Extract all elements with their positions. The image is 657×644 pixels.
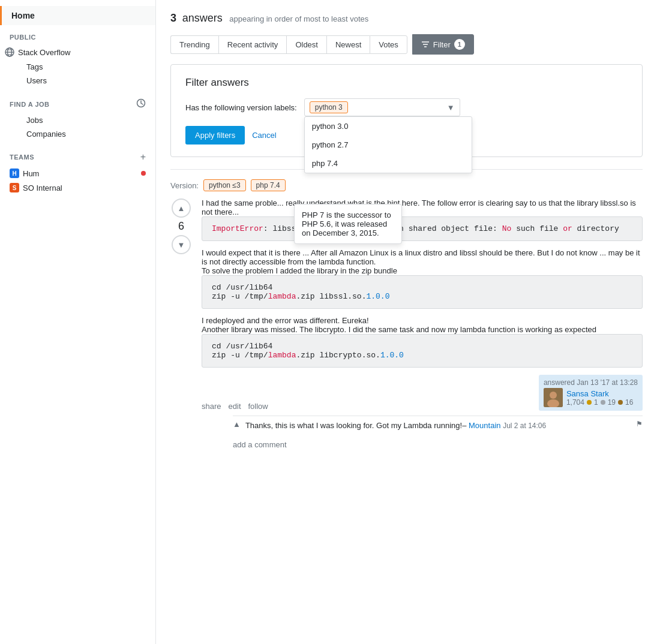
add-comment-link[interactable]: add a comment — [202, 440, 643, 449]
code-zip2-cmd: zip -u /tmp/ — [212, 351, 268, 360]
dropdown-item-python27[interactable]: python 2.7 — [305, 136, 472, 154]
answer-meta: Version: python ≤3 php 7.4 — [170, 179, 643, 191]
follow-link[interactable]: follow — [248, 402, 268, 411]
code-block-3: cd /usr/lib64 zip -u /tmp/lambda.zip lib… — [202, 334, 643, 368]
main-content: 3 answers appearing in order of most to … — [156, 0, 657, 644]
comment-user[interactable]: Mountain — [469, 421, 500, 430]
comment-vote-button[interactable]: ▲ — [233, 420, 241, 429]
bronze-dot — [618, 400, 623, 405]
answer-actions: share edit follow — [202, 402, 268, 411]
answer-text-column: I had the same proble... really understa… — [202, 198, 643, 449]
comment-item: ▲ Thanks, this is what I was looking for… — [233, 416, 643, 435]
comment-section: ▲ Thanks, this is what I was looking for… — [202, 416, 643, 435]
dropdown-item-python30[interactable]: python 3.0 — [305, 117, 472, 136]
tab-trending[interactable]: Trending — [170, 35, 218, 54]
dropdown-item-php74[interactable]: php 7.4 — [305, 154, 472, 173]
code-zip-cmd: zip -u /tmp/ — [212, 292, 268, 301]
svg-point-10 — [550, 392, 557, 399]
appearing-text: appearing in order of most to least vote… — [229, 14, 368, 23]
dropdown-arrow-icon[interactable]: ▼ — [447, 103, 455, 112]
user-avatar — [544, 388, 563, 407]
tab-newest[interactable]: Newest — [326, 35, 370, 54]
stackoverflow-label: Stack Overflow — [18, 48, 70, 57]
version-tag-python[interactable]: python ≤3 — [203, 179, 246, 191]
code-or: or — [563, 224, 572, 233]
silver-dot — [601, 400, 605, 405]
code-line-1: cd /usr/lib64 — [212, 283, 632, 292]
code-importerror: ImportError: libssl.so.1.0.0: cannot ope… — [212, 224, 619, 233]
so-internal-label: SO Internal — [23, 183, 62, 192]
filter-label-text: Has the following version labels: — [185, 103, 297, 112]
sidebar-teams-section: TEAMS — [10, 154, 34, 161]
sidebar-item-stackoverflow[interactable]: Stack Overflow — [0, 44, 155, 60]
answer-block: Version: python ≤3 php 7.4 PHP 7 is the … — [170, 169, 643, 459]
silver-count: 19 — [608, 398, 616, 407]
user-name[interactable]: Sansa Stark — [566, 389, 633, 398]
sidebar-item-tags[interactable]: Tags — [0, 60, 155, 74]
tab-bar: Trending Recent activity Oldest Newest V… — [170, 34, 643, 55]
tab-oldest[interactable]: Oldest — [286, 35, 326, 54]
selected-filter-tag: python 3 — [310, 101, 348, 113]
filter-select-container[interactable]: python 3 ▼ — [304, 98, 460, 116]
vote-down-button[interactable]: ▼ — [172, 235, 191, 254]
filter-panel-title: Filter answers — [185, 77, 628, 89]
answer-content-row: ▲ 6 ▼ I had the same proble... really un… — [170, 198, 643, 449]
vote-up-button[interactable]: ▲ — [172, 198, 191, 218]
edit-link[interactable]: edit — [229, 402, 241, 411]
code-lambda-keyword: lambda — [268, 292, 296, 301]
filter-dropdown-list: python 3.0 python 2.7 php 7.4 — [304, 116, 472, 173]
vote-count: 6 — [178, 220, 184, 233]
code-directory: directory — [572, 224, 619, 233]
answers-text: answers — [182, 12, 223, 24]
rep-number: 1,704 — [566, 398, 584, 407]
answer-para-2: I would expect that it is there ... Afte… — [202, 248, 643, 266]
filter-icon — [421, 40, 430, 49]
sidebar-item-so-internal[interactable]: S SO Internal — [0, 180, 155, 195]
version-tag-php[interactable]: php 7.4 — [251, 179, 286, 191]
user-reputation: 1,704 1 19 16 — [566, 398, 633, 407]
tab-votes[interactable]: Votes — [370, 35, 407, 54]
gold-dot — [587, 400, 592, 405]
answer-header: 3 answers appearing in order of most to … — [170, 12, 643, 25]
comment-flag-button[interactable]: ⚑ — [636, 420, 643, 428]
sidebar-item-hum[interactable]: H Hum — [0, 166, 155, 180]
comment-text: Thanks, this is what I was looking for. … — [245, 420, 631, 432]
answer-para-4: I redeployed and the error was different… — [202, 316, 643, 325]
hum-notification-badge — [141, 171, 146, 176]
tab-recent-activity[interactable]: Recent activity — [218, 35, 287, 54]
add-team-button[interactable]: + — [140, 152, 146, 162]
code-line-2: zip -u /tmp/lambda.zip libssl.so.1.0.0 — [212, 292, 632, 301]
sidebar-item-companies[interactable]: Companies — [0, 127, 155, 141]
share-link[interactable]: share — [202, 402, 221, 411]
sidebar-home[interactable]: Home — [0, 6, 155, 25]
answered-text: answered Jan 13 '17 at 13:28 — [544, 378, 638, 387]
apply-filters-button[interactable]: Apply filters — [185, 126, 245, 145]
user-card: answered Jan 13 '17 at 13:28 — [539, 375, 643, 411]
history-icon[interactable] — [136, 98, 146, 110]
answer-para-3: To solve the problem I added the library… — [202, 266, 643, 275]
version-label: Version: — [170, 181, 199, 190]
code-version-2: 1.0.0 — [366, 292, 389, 301]
cancel-filter-button[interactable]: Cancel — [250, 126, 278, 145]
comment-date: Jul 2 at 14:06 — [503, 422, 546, 430]
comment-body: Thanks, this is what I was looking for. … — [245, 421, 467, 430]
code-block-1: ImportError: libssl.so.1.0.0: cannot ope… — [202, 216, 643, 241]
hum-label: Hum — [23, 169, 39, 178]
hum-team-icon: H — [10, 168, 19, 178]
sidebar-findjob-section: FIND A JOB — [10, 101, 50, 108]
code-line-3: cd /usr/lib64 — [212, 342, 632, 351]
sidebar-item-users[interactable]: Users — [0, 74, 155, 88]
code-keyword-importerror: ImportError — [212, 224, 263, 233]
code-block-2: cd /usr/lib64 zip -u /tmp/lambda.zip lib… — [202, 275, 643, 309]
filter-button[interactable]: Filter 1 — [412, 34, 474, 55]
globe-icon — [5, 47, 14, 57]
code-zip2-rest: .zip libcrypto.so. — [296, 351, 380, 360]
sidebar-item-jobs[interactable]: Jobs — [0, 113, 155, 127]
code-zip-rest: .zip libssl.so. — [296, 292, 366, 301]
gold-count: 1 — [594, 398, 598, 407]
filter-count-badge: 1 — [454, 39, 465, 50]
php-tag-tooltip: PHP 7 is the successor to PHP 5.6, it wa… — [294, 204, 402, 244]
code-version-3: 1.0.0 — [380, 351, 404, 360]
answer-footer: share edit follow answered Jan 13 '17 at… — [202, 375, 643, 411]
code-no: No — [502, 224, 512, 233]
